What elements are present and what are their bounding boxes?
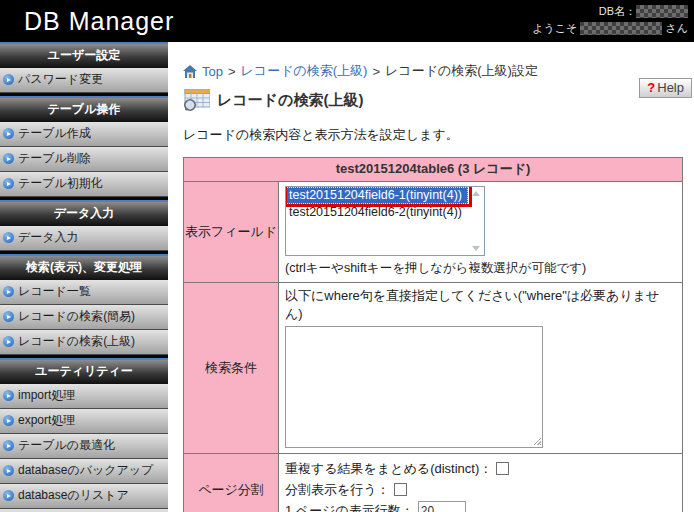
- sidebar-item-record-search-advanced[interactable]: レコードの検索(上級): [0, 330, 168, 355]
- arrow-circle-icon: [3, 153, 14, 164]
- sidebar-header-search: 検索(表示)、変更処理: [0, 254, 168, 280]
- search-condition-label: 検索条件: [184, 283, 279, 454]
- help-button[interactable]: ?Help: [639, 78, 692, 98]
- arrow-circle-icon: [3, 128, 14, 139]
- table-search-icon: [183, 89, 210, 112]
- breadcrumb-current: レコードの検索(上級)設定: [385, 62, 538, 80]
- arrow-circle-icon: [3, 415, 14, 426]
- listbox-option-field1[interactable]: test20151204field6-1(tinyint(4)): [286, 187, 468, 204]
- sidebar-item-password-change[interactable]: パスワード変更: [0, 68, 168, 93]
- arrow-circle-icon: [3, 440, 14, 451]
- db-name-line: DB名：: [532, 3, 688, 20]
- rows-per-page-input[interactable]: [418, 501, 466, 512]
- db-name-label: DB名：: [599, 5, 636, 17]
- display-fields-row: 表示フィールド test20151204field6-1(tinyint(4))…: [184, 182, 683, 283]
- sidebar-header-data-input: データ入力: [0, 200, 168, 226]
- distinct-line: 重複する結果をまとめる(distinct)：: [285, 458, 676, 479]
- censored-db-name: [636, 5, 688, 18]
- rows-per-page-line: 1 ページの表示行数：: [285, 500, 676, 512]
- split-label: 分割表示を行う：: [285, 479, 390, 500]
- scrollbar-down-icon[interactable]: [472, 246, 480, 251]
- sidebar-header-utility: ユーティリティー: [0, 358, 168, 384]
- arrow-circle-icon: [3, 336, 14, 347]
- listbox-option-field2[interactable]: test20151204field6-2(tinyint(4)): [286, 204, 468, 221]
- home-icon: [183, 65, 197, 78]
- search-settings-table: test20151204table6 (3 レコード) 表示フィールド test…: [183, 157, 683, 512]
- session-info: DB名： ようこそ さん: [532, 3, 688, 37]
- where-instruction: 以下にwhere句を直接指定してください("where"は必要ありません): [285, 287, 676, 323]
- where-clause-textarea[interactable]: [285, 326, 543, 448]
- breadcrumb-top-link[interactable]: Top: [202, 64, 223, 79]
- page-title: レコードの検索(上級): [217, 91, 363, 110]
- main-content: Top > レコードの検索(上級) > レコードの検索(上級)設定 ?Help …: [168, 42, 694, 512]
- distinct-label: 重複する結果をまとめる(distinct)：: [285, 458, 492, 479]
- split-checkbox[interactable]: [394, 483, 407, 496]
- welcome-prefix: ようこそ: [532, 22, 577, 34]
- sidebar-item-table-delete[interactable]: テーブル削除: [0, 147, 168, 172]
- breadcrumb-record-search-link[interactable]: レコードの検索(上級): [241, 62, 368, 80]
- arrow-circle-icon: [3, 74, 14, 85]
- table-caption: test20151204table6 (3 レコード): [184, 158, 683, 182]
- page-title-row: レコードの検索(上級): [183, 89, 694, 112]
- sidebar-item-db-backup[interactable]: databaseのバックアップ: [0, 459, 168, 484]
- sidebar-item-import[interactable]: import処理: [0, 384, 168, 409]
- page-description: レコードの検索内容と表示方法を設定します。: [183, 126, 694, 144]
- sidebar-item-record-list[interactable]: レコード一覧: [0, 280, 168, 305]
- top-header-bar: DB Manager DB名： ようこそ さん: [0, 0, 694, 42]
- display-fields-label: 表示フィールド: [184, 182, 279, 283]
- multi-select-note: (ctrlキーやshiftキーを押しながら複数選択が可能です): [285, 260, 676, 277]
- welcome-line: ようこそ さん: [532, 20, 688, 37]
- censored-user-name: [580, 22, 662, 35]
- display-fields-listbox[interactable]: test20151204field6-1(tinyint(4)) test201…: [285, 186, 485, 256]
- arrow-circle-icon: [3, 178, 14, 189]
- breadcrumb: Top > レコードの検索(上級) > レコードの検索(上級)設定: [183, 62, 694, 80]
- paging-row: ページ分割 重複する結果をまとめる(distinct)： 分割表示を行う： 1 …: [184, 454, 683, 512]
- sidebar-item-table-create[interactable]: テーブル作成: [0, 122, 168, 147]
- app-logo: DB Manager: [24, 7, 174, 36]
- sidebar-item-data-input[interactable]: データ入力: [0, 226, 168, 251]
- arrow-circle-icon: [3, 490, 14, 501]
- arrow-circle-icon: [3, 311, 14, 322]
- sidebar-header-user-settings: ユーザー設定: [0, 42, 168, 68]
- sidebar-item-db-restore[interactable]: databaseのリストア: [0, 484, 168, 509]
- search-condition-row: 検索条件 以下にwhere句を直接指定してください("where"は必要ありませ…: [184, 283, 683, 454]
- rows-per-page-label: 1 ページの表示行数：: [285, 500, 414, 512]
- distinct-checkbox[interactable]: [496, 462, 509, 475]
- welcome-suffix: さん: [665, 22, 688, 34]
- paging-label: ページ分割: [184, 454, 279, 512]
- arrow-circle-icon: [3, 286, 14, 297]
- sidebar-nav: ユーザー設定 パスワード変更 テーブル操作 テーブル作成 テーブル削除 テーブル…: [0, 42, 168, 512]
- where-textarea-wrap: [285, 326, 543, 448]
- arrow-circle-icon: [3, 465, 14, 476]
- help-question-icon: ?: [647, 80, 655, 95]
- breadcrumb-separator: >: [372, 64, 380, 79]
- split-line: 分割表示を行う：: [285, 479, 676, 500]
- breadcrumb-separator: >: [228, 64, 236, 79]
- sidebar-item-table-init[interactable]: テーブル初期化: [0, 172, 168, 197]
- arrow-circle-icon: [3, 232, 14, 243]
- sidebar-item-record-search-simple[interactable]: レコードの検索(簡易): [0, 305, 168, 330]
- arrow-circle-icon: [3, 390, 14, 401]
- sidebar-item-export[interactable]: export処理: [0, 409, 168, 434]
- sidebar-header-table-ops: テーブル操作: [0, 96, 168, 122]
- scrollbar-up-icon[interactable]: [472, 191, 480, 196]
- sidebar-item-table-optimize[interactable]: テーブルの最適化: [0, 434, 168, 459]
